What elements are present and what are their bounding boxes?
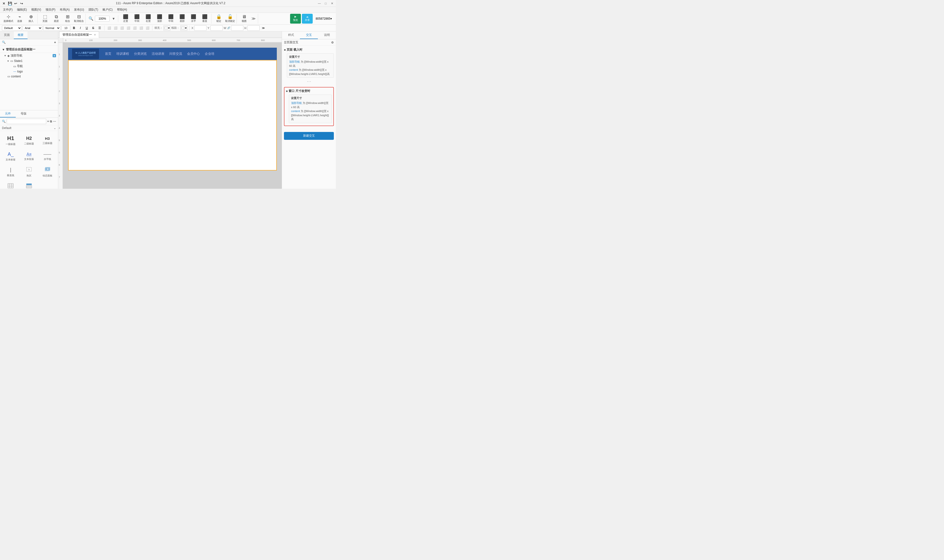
comp-add-icon[interactable]: + <box>47 120 49 123</box>
user-id[interactable]: 805872865 ▾ <box>314 17 334 20</box>
layer-btn[interactable]: ⧉ 底层 <box>51 14 62 24</box>
bold-btn[interactable]: B <box>71 25 77 31</box>
comp-more-icon[interactable]: ⋯ <box>53 120 56 123</box>
zoom-dropdown-icon[interactable]: ▾ <box>110 15 117 22</box>
tab-pages[interactable]: 页面 <box>0 31 14 39</box>
comp-table1[interactable] <box>2 181 19 189</box>
italic-btn[interactable]: I <box>78 25 83 31</box>
align-right-text-btn[interactable]: ⬜ <box>119 25 125 31</box>
page-interaction-settings-icon[interactable]: ⚙ <box>331 41 334 44</box>
more-format-icon[interactable]: ≫ <box>260 25 266 31</box>
h-input[interactable] <box>247 25 260 31</box>
align-bottom-btn[interactable]: ⬛ 底部 <box>177 14 188 24</box>
line-color-btn[interactable]: ▾ <box>180 25 187 31</box>
comp-copy-icon[interactable]: ⧉ <box>50 120 52 123</box>
comp-text-label[interactable]: A_ 文本标签 <box>2 149 19 164</box>
strikethrough-btn[interactable]: S <box>91 25 96 31</box>
uncombine-btn[interactable]: ⊟ 取消组合 <box>74 14 84 24</box>
select-mode-btn[interactable]: ⊹ 选择模式 <box>3 14 14 24</box>
style-select[interactable]: Default <box>2 25 22 31</box>
menu-help[interactable]: 帮助(H) <box>115 7 129 12</box>
font-size-input[interactable] <box>62 25 70 31</box>
comp-vr[interactable]: | 垂直线 <box>2 165 19 180</box>
combine-btn[interactable]: ⊞ 组合 <box>62 14 73 24</box>
search-icon[interactable]: 🔍 <box>88 15 94 22</box>
content-link2[interactable]: content <box>291 109 300 112</box>
align-middle-text-btn[interactable]: ⬜ <box>139 25 144 31</box>
tab-outline[interactable]: 概要 <box>14 31 28 39</box>
comp-text-para[interactable]: A≡ 文本段落 <box>20 149 38 164</box>
align-right-btn[interactable]: ⬛ 右置 <box>143 14 154 24</box>
menu-layout[interactable]: 布局(A) <box>58 7 72 12</box>
fill-color-btn[interactable]: ▾ <box>163 25 170 31</box>
tree-item-logo[interactable]: ▶ — logo <box>0 69 58 74</box>
align-justify-text-btn[interactable]: ⬜ <box>126 25 131 31</box>
comp-table2[interactable] <box>20 181 38 189</box>
lock-btn[interactable]: 🔒 锁定 <box>213 14 224 24</box>
share-btn[interactable]: ☁ 共享 <box>302 14 313 24</box>
tree-item-nav[interactable]: ▶ ▭ 导航 <box>0 63 58 69</box>
menu-edit[interactable]: 编辑(E) <box>15 7 29 12</box>
align-left-btn[interactable]: ⬛ 左置 <box>120 14 131 24</box>
tree-item-state1[interactable]: ▼ ▭ State1 <box>0 58 58 63</box>
menu-project[interactable]: 项目(P) <box>43 7 57 12</box>
distribute-h-btn[interactable]: ⬛ 水平 <box>188 14 199 24</box>
font-select[interactable]: Arial <box>23 25 42 31</box>
content-link1[interactable]: content <box>289 68 298 71</box>
align-center-text-btn[interactable]: ⬜ <box>113 25 118 31</box>
x-input[interactable] <box>194 25 206 31</box>
description-tab[interactable]: 说明 <box>318 31 336 39</box>
comp-h2[interactable]: H2 二级标题 <box>20 133 38 148</box>
outline-search-input[interactable] <box>7 40 53 44</box>
top-nav-link1[interactable]: 顶部导航 <box>289 60 300 63</box>
close-btn[interactable]: ✕ <box>330 2 334 5</box>
align-center-btn[interactable]: ⬛ 中间 <box>131 14 142 24</box>
comp-dynamic-panel[interactable]: ▣ 动态面板 <box>38 165 56 180</box>
interaction-tab[interactable]: 交互 <box>300 31 318 39</box>
menu-account[interactable]: 账户(C) <box>100 7 115 12</box>
zoom-input[interactable] <box>95 16 109 22</box>
weight-select[interactable]: Normal <box>43 25 60 31</box>
comp-tab-widgets[interactable]: 元件 <box>0 110 16 117</box>
list-btn[interactable]: ☰ <box>97 25 102 31</box>
minimize-btn[interactable]: — <box>317 2 321 5</box>
expand-more-icon[interactable]: ⋯ <box>284 78 334 84</box>
align-middle-btn[interactable]: ⬛ 中间 <box>165 14 176 24</box>
align-left-text-btn[interactable]: ⬜ <box>106 25 112 31</box>
distribute-v-btn[interactable]: ⬛ 垂直 <box>199 14 210 24</box>
menu-publish[interactable]: 发布(U) <box>72 7 86 12</box>
comp-hr[interactable]: —— 水平线 <box>38 149 56 164</box>
align-top-btn[interactable]: ⬛ 顶部 <box>154 14 165 24</box>
default-group-toggle[interactable]: ⌄ <box>54 126 56 130</box>
more-icon[interactable]: ≫ <box>250 15 257 22</box>
w-input[interactable] <box>231 25 243 31</box>
insert-btn[interactable]: ⊕ 插入 <box>26 14 36 24</box>
canvas-tab-close[interactable]: ✕ <box>94 34 96 36</box>
save-icon[interactable]: 💾 <box>8 2 12 5</box>
connect-btn[interactable]: ⌁ 连接 <box>14 14 25 24</box>
unlock-btn[interactable]: 🔓 取消锁定 <box>225 14 236 24</box>
style-tab[interactable]: 样式 <box>282 31 300 39</box>
redo-icon[interactable]: ↪ <box>20 2 24 5</box>
tree-item-content[interactable]: ▶ ▭ content <box>0 74 58 79</box>
comp-h3[interactable]: H3 三级标题 <box>38 133 56 148</box>
comp-tab-masters[interactable]: 母版 <box>16 110 31 117</box>
y-input[interactable] <box>211 25 223 31</box>
align-top-text-btn[interactable]: ⬜ <box>132 25 137 31</box>
comp-search-input[interactable] <box>7 119 46 124</box>
menu-team[interactable]: 团队(T) <box>86 7 100 12</box>
preview-btn[interactable]: ▶ 预览 <box>290 14 301 24</box>
canvas-scroll[interactable]: M 人人都是产品经理 www.woshipm.com 首页 培训课程 分类浏览 … <box>63 43 282 189</box>
canvas-tab-main[interactable]: 管理后台自适应框架一 ✕ <box>59 31 99 38</box>
tree-item-top-nav[interactable]: ▼ ◈ 顶部导航 ● <box>0 53 58 58</box>
page-btn[interactable]: ⬚ 页面 <box>40 14 51 24</box>
top-nav-link2[interactable]: 顶部导航 <box>291 102 302 105</box>
add-page-icon[interactable]: + <box>54 40 56 44</box>
maximize-btn[interactable]: □ <box>324 2 328 5</box>
align-bottom-text-btn[interactable]: ⬜ <box>145 25 150 31</box>
view-btn[interactable]: 🖥 视图 <box>239 14 249 24</box>
underline-btn[interactable]: U <box>84 25 89 31</box>
comp-hotspot[interactable]: 🖱 热区 <box>20 165 38 180</box>
menu-view[interactable]: 视图(V) <box>29 7 43 12</box>
new-interaction-btn[interactable]: 新建交互 <box>284 132 334 140</box>
